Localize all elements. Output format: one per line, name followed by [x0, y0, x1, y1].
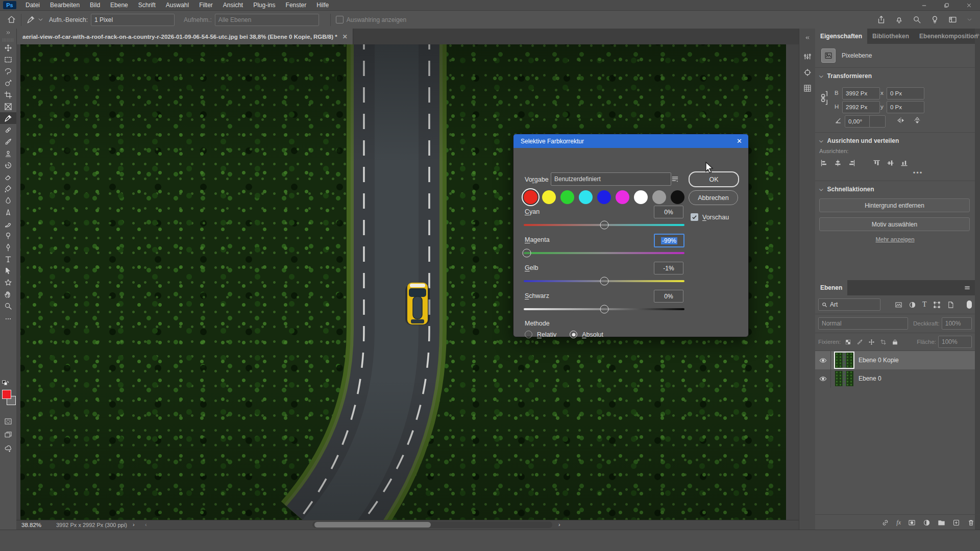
pen-tool[interactable]: [0, 241, 16, 253]
slider-handle[interactable]: [523, 249, 531, 258]
align-top-icon[interactable]: [873, 159, 880, 167]
menu-ebene[interactable]: Ebene: [105, 0, 133, 10]
menu-filter[interactable]: Filter: [194, 0, 218, 10]
share-icon[interactable]: [877, 15, 886, 24]
layer-row[interactable]: Ebene 0: [815, 369, 975, 388]
type-tool[interactable]: [0, 253, 16, 265]
x-field[interactable]: 0 Px: [887, 87, 924, 99]
slider-track[interactable]: [524, 224, 684, 226]
move-tool[interactable]: [0, 42, 16, 54]
menu-schrift[interactable]: Schrift: [133, 0, 161, 10]
crop-tool[interactable]: [0, 89, 16, 101]
menu-datei[interactable]: Datei: [20, 0, 45, 10]
chevron-down-icon[interactable]: [37, 16, 44, 23]
layer-thumbnail[interactable]: [835, 371, 853, 386]
foreground-color-swatch[interactable]: [2, 390, 11, 399]
show-more-link[interactable]: Mehr anzeigen: [815, 236, 975, 242]
delete-layer-icon[interactable]: [967, 519, 975, 527]
panel-grid-icon[interactable]: [799, 82, 816, 94]
flip-vertical-icon[interactable]: [913, 116, 921, 124]
layer-effects-icon[interactable]: fx: [896, 519, 901, 527]
bell-icon[interactable]: [895, 15, 903, 24]
dialog-close-icon[interactable]: ✕: [737, 137, 742, 145]
zoom-level[interactable]: 38.82%: [21, 522, 41, 528]
more-tools-icon[interactable]: [0, 313, 16, 324]
gradient-tool[interactable]: [0, 183, 16, 194]
eraser-tool[interactable]: [0, 171, 16, 183]
layer-row[interactable]: Ebene 0 Kopie: [815, 351, 975, 369]
color-swatch-4[interactable]: [597, 190, 611, 204]
menu-hilfe[interactable]: Hilfe: [311, 0, 334, 10]
lock-all-icon[interactable]: [892, 339, 898, 345]
new-layer-icon[interactable]: [952, 519, 960, 527]
layer-visibility-icon[interactable]: [815, 369, 831, 388]
cloud-edit-icon[interactable]: [0, 443, 16, 455]
close-window-button[interactable]: [958, 0, 980, 10]
minimize-button[interactable]: [913, 0, 935, 10]
fill-select[interactable]: 100%: [938, 336, 972, 348]
menu-bearbeiten[interactable]: Bearbeiten: [45, 0, 85, 10]
filter-shape-icon[interactable]: [933, 301, 941, 309]
relative-radio[interactable]: [525, 331, 532, 338]
width-field[interactable]: 3992 Px: [842, 87, 880, 99]
menu-fenster[interactable]: Fenster: [281, 0, 312, 10]
flip-horizontal-icon[interactable]: [897, 116, 905, 124]
adjustment-layer-icon[interactable]: [923, 519, 930, 527]
layer-thumbnail[interactable]: [835, 353, 853, 368]
smudge-tool[interactable]: [0, 218, 16, 230]
angle-select-icon[interactable]: [869, 115, 886, 128]
dialog-titlebar[interactable]: Selektive Farbkorrektur ✕: [513, 134, 748, 148]
slider-track[interactable]: [524, 252, 684, 254]
align-bottom-icon[interactable]: [900, 159, 908, 167]
color-swatch-1[interactable]: [542, 190, 556, 204]
preset-select[interactable]: Benutzerdefiniert: [551, 172, 671, 186]
color-swatch-2[interactable]: [560, 190, 574, 204]
filter-adjustment-icon[interactable]: [909, 301, 916, 309]
eyedropper-tool-icon[interactable]: [27, 15, 35, 24]
healing-tool[interactable]: [0, 124, 16, 136]
horizontal-scrollbar[interactable]: [312, 521, 552, 528]
eyedropper-tool[interactable]: [0, 112, 16, 124]
align-middle-v-icon[interactable]: [887, 159, 894, 167]
panel-clone-source-icon[interactable]: [799, 66, 816, 78]
frame-tool[interactable]: [0, 101, 16, 112]
remove-background-button[interactable]: Hintergrund entfernen: [819, 198, 970, 212]
transform-section-header[interactable]: ⌵Transformieren: [815, 68, 975, 83]
slider-handle[interactable]: [600, 221, 608, 230]
scrollbar-thumb[interactable]: [314, 522, 431, 528]
menu-plugins[interactable]: Plug-ins: [248, 0, 280, 10]
link-layers-icon[interactable]: [881, 519, 889, 527]
layer-group-icon[interactable]: [938, 519, 945, 527]
menu-ansicht[interactable]: Ansicht: [218, 0, 248, 10]
height-field[interactable]: 2992 Px: [842, 101, 880, 113]
filter-pixel-icon[interactable]: [895, 301, 902, 309]
y-field[interactable]: 0 Px: [887, 101, 924, 113]
layer-filter-select[interactable]: Art: [818, 298, 880, 311]
preset-menu-icon[interactable]: [671, 174, 679, 183]
layers-menu-icon[interactable]: [964, 280, 975, 295]
maximize-button[interactable]: [935, 0, 958, 10]
slider-handle[interactable]: [600, 277, 608, 286]
opacity-select[interactable]: 100%: [942, 317, 972, 330]
menu-auswahl[interactable]: Auswahl: [161, 0, 194, 10]
color-swatch-3[interactable]: [579, 190, 593, 204]
align-more-icon[interactable]: •••: [815, 168, 975, 181]
layer-visibility-icon[interactable]: [815, 351, 831, 369]
sample-layers-select[interactable]: Alle Ebenen: [215, 14, 319, 26]
quick-mask-icon[interactable]: [0, 415, 16, 427]
slider-value-input[interactable]: 0%: [654, 206, 683, 218]
blur-tool[interactable]: [0, 194, 16, 206]
status-prev-icon[interactable]: ‹: [145, 521, 147, 528]
tab-ebenenkomposition[interactable]: Ebenenkomposition: [914, 29, 980, 44]
close-tab-icon[interactable]: ✕: [342, 33, 348, 40]
layer-mask-icon[interactable]: [908, 519, 916, 527]
screen-mode-icon[interactable]: [0, 429, 16, 440]
lock-pixels-icon[interactable]: [856, 339, 863, 345]
collapse-toolbar-icon[interactable]: [0, 29, 16, 37]
slider-value-input[interactable]: -99%: [654, 234, 684, 247]
lasso-tool[interactable]: [0, 65, 16, 77]
blend-mode-select[interactable]: Normal: [818, 317, 908, 330]
slider-handle[interactable]: [600, 305, 608, 314]
default-colors-icon[interactable]: [2, 380, 10, 388]
align-left-icon[interactable]: [820, 159, 828, 167]
